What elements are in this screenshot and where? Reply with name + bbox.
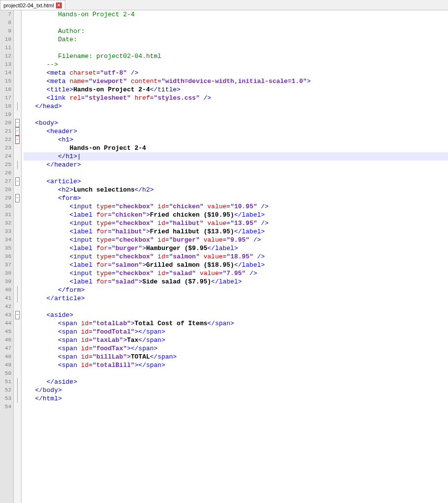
line-number: 53 [0,394,11,403]
line-number: 34 [0,236,11,244]
code-line[interactable]: </body> [24,386,448,394]
code-line[interactable]: --> [24,60,448,69]
code-line[interactable]: <input type="checkbox" id="halibut" valu… [24,219,448,227]
line-number: 8 [0,19,11,27]
code-line[interactable]: <aside> [24,311,448,319]
code-line[interactable]: <label for="salmon">Grilled salmon ($18.… [24,261,448,269]
line-number: 7 [0,10,11,19]
code-line[interactable]: Date: [24,35,448,44]
code-line[interactable] [24,403,448,411]
line-number: 38 [0,269,11,278]
line-number: 14 [0,69,11,77]
tab-label: project02-04_txt.html [3,2,54,8]
code-line[interactable]: <span id="totalBill"></span> [24,361,448,369]
code-line[interactable]: </article> [24,294,448,303]
line-number: 43 [0,311,11,319]
line-number: 46 [0,336,11,344]
fold-toggle-icon[interactable]: − [15,127,20,136]
code-line[interactable]: Hands-on Project 2-4 [24,144,448,152]
fold-end-icon [17,386,18,394]
line-number: 31 [0,211,11,219]
code-line[interactable]: </form> [24,286,448,294]
line-number: 15 [0,77,11,85]
line-number: 50 [0,369,11,378]
code-line[interactable]: <header> [24,127,448,136]
code-line[interactable]: <label for="chicken">Fried chicken ($10.… [24,211,448,219]
code-area[interactable]: Hands-on Project 2-4 Author: Date: Filen… [22,10,448,503]
code-line[interactable]: <form> [24,194,448,202]
line-number: 33 [0,227,11,236]
close-icon[interactable]: × [56,2,62,8]
code-line[interactable]: <span id="foodTax"></span> [24,344,448,353]
code-line[interactable]: </header> [24,161,448,169]
line-number: 20 [0,119,11,127]
code-line[interactable]: <span id="totalLab">Total Cost of Items<… [24,319,448,328]
line-number: 51 [0,378,11,386]
line-number: 27 [0,177,11,186]
line-number: 40 [0,286,11,294]
line-number: 18 [0,102,11,111]
fold-end-icon [17,394,18,403]
fold-end-icon [17,161,18,169]
line-number: 19 [0,111,11,119]
code-line[interactable]: <span id="foodTotal"></span> [24,328,448,336]
code-line[interactable]: <input type="checkbox" id="salad" value=… [24,269,448,278]
line-number: 24 [0,152,11,161]
line-number: 21 [0,127,11,136]
code-line[interactable]: </html> [24,394,448,403]
fold-end-icon [17,294,18,303]
code-line[interactable]: <body> [24,119,448,127]
code-line[interactable]: <article> [24,177,448,186]
line-number: 11 [0,44,11,52]
fold-toggle-icon[interactable]: − [15,311,20,319]
line-number: 36 [0,252,11,261]
code-line[interactable] [24,19,448,27]
code-line[interactable] [24,303,448,311]
line-number: 10 [0,35,11,44]
fold-gutter[interactable]: −−−−−− [14,10,22,503]
code-line[interactable] [24,111,448,119]
code-line[interactable]: <h2>Lunch selections</h2> [24,186,448,194]
line-number: 25 [0,161,11,169]
code-line[interactable]: </aside> [24,378,448,386]
line-number: 42 [0,303,11,311]
code-line[interactable]: <input type="checkbox" id="salmon" value… [24,252,448,261]
code-line[interactable]: <label for="halibut">Fried halibut ($13.… [24,227,448,236]
fold-toggle-icon[interactable]: − [15,119,20,127]
code-line[interactable] [24,44,448,52]
tab-bar: project02-04_txt.html × [0,0,448,10]
code-line[interactable]: <span id="taxLab">Tax</span> [24,336,448,344]
code-line[interactable]: Hands-on Project 2-4 [24,10,448,19]
fold-end-icon [17,286,18,294]
fold-toggle-icon[interactable]: − [15,177,20,186]
code-line[interactable]: </head> [24,102,448,111]
line-number: 39 [0,278,11,286]
code-line[interactable]: <span id="billLab">TOTAL</span> [24,353,448,361]
fold-toggle-icon[interactable]: − [15,136,20,144]
code-line[interactable]: <input type="checkbox" id="burger" value… [24,236,448,244]
line-number: 22 [0,136,11,144]
fold-end-icon [17,102,18,111]
fold-toggle-icon[interactable]: − [15,194,20,202]
code-line[interactable]: <h1> [24,136,448,144]
fold-end-icon [17,378,18,386]
code-line[interactable]: <link rel="stylesheet" href="styles.css"… [24,94,448,102]
code-line[interactable]: <title>Hands-on Project 2-4</title> [24,85,448,94]
file-tab[interactable]: project02-04_txt.html × [0,0,65,10]
line-number: 12 [0,52,11,60]
editor[interactable]: 7891011121314151617181920212223242526272… [0,10,448,503]
code-line[interactable]: Author: [24,27,448,35]
code-line[interactable]: Filename: project02-04.html [24,52,448,60]
code-line[interactable] [24,369,448,378]
line-number: 41 [0,294,11,303]
code-line[interactable]: <input type="checkbox" id="chicken" valu… [24,202,448,211]
line-number: 45 [0,328,11,336]
code-line[interactable]: </h1>| [24,152,448,161]
line-number: 28 [0,186,11,194]
code-line[interactable]: <meta name="viewport" content="width=dev… [24,77,448,85]
code-line[interactable]: <label for="burger">Hamburger ($9.95</la… [24,244,448,252]
code-line[interactable]: <label for="salad">Side salad ($7.95)</l… [24,278,448,286]
line-number: 47 [0,344,11,353]
code-line[interactable] [24,169,448,177]
code-line[interactable]: <meta charset="utf-8" /> [24,69,448,77]
